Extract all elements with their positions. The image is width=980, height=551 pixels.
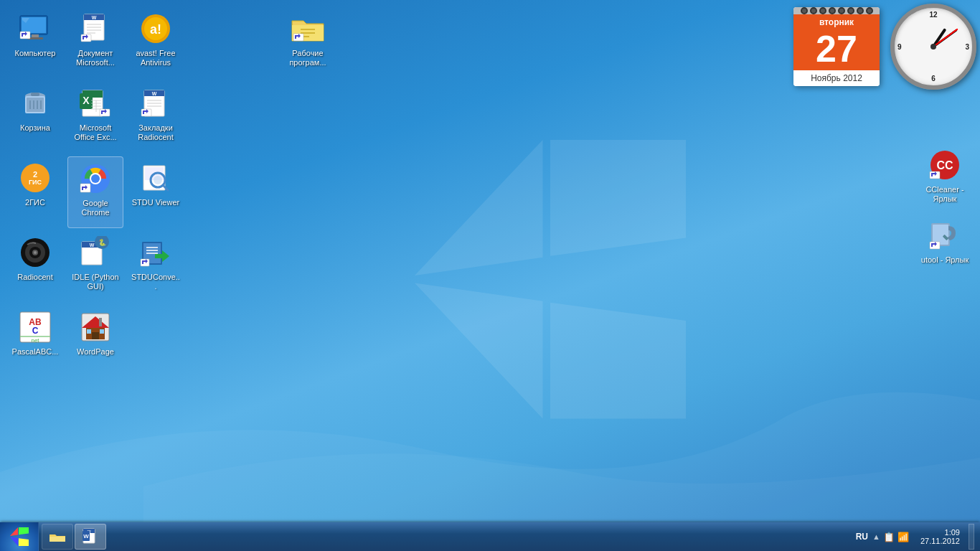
desktop-icon-work-programs[interactable]: Рабочие програм... — [280, 7, 336, 72]
tray-icon-signal: 📶 — [897, 532, 909, 542]
excel-label: Microsoft Office Exc... — [70, 123, 121, 142]
radiocent-icon — [18, 235, 52, 270]
ccleaner-icon: CC — [928, 148, 962, 182]
show-desktop-button[interactable] — [969, 524, 974, 550]
calendar-spirals — [793, 7, 880, 14]
trash-label: Корзина — [20, 123, 50, 133]
desktop-icon-avast[interactable]: a! avast! Free Antivirus — [128, 7, 184, 79]
clock-face: 12 3 6 9 — [890, 4, 976, 90]
svg-text:net: net — [31, 337, 39, 344]
system-tray: RU ▲ 📋 📶 — [850, 522, 913, 551]
desktop-icon-idle[interactable]: W 🐍 IDLE (Python GUI) — [67, 231, 123, 303]
taskbar-apps: W W — [39, 522, 109, 551]
desktop-icon-bookmarks[interactable]: W Закладки Radiocent — [128, 82, 184, 154]
utool-icon — [928, 218, 962, 253]
desktop-icon-stdu[interactable]: STDU Viewer — [128, 156, 184, 228]
windows-logo-icon — [9, 526, 30, 547]
stduconv-label: STDUConve... — [131, 273, 181, 291]
computer-label: Компьютер — [15, 49, 56, 58]
desktop-icon-label: Рабочие програм... — [283, 49, 333, 67]
tray-up-arrow[interactable]: ▲ — [872, 532, 880, 541]
svg-text:X: X — [83, 95, 90, 106]
excel-icon: X — [78, 86, 113, 121]
idle-icon: W 🐍 — [78, 235, 113, 270]
utool-label: utool - Ярлык — [921, 255, 969, 265]
taskbar-app-explorer[interactable] — [42, 524, 73, 550]
2gis-label: 2ГИС — [25, 198, 45, 207]
desktop-icon-ccleaner[interactable]: CC CCleaner - Ярлык — [917, 143, 973, 208]
svg-rect-73 — [141, 259, 149, 266]
word-doc-icon: W — [78, 11, 113, 46]
desktop-icon-wordpage[interactable]: WordPage — [67, 306, 123, 377]
desktop-icon-trash[interactable]: Корзина — [7, 82, 63, 154]
svg-rect-27 — [31, 93, 39, 96]
trash-icon — [18, 86, 52, 121]
pascal-icon: AB C net — [18, 310, 52, 344]
start-button[interactable] — [0, 522, 39, 551]
svg-text:ГИС: ГИС — [29, 179, 42, 186]
desktop-icon-grid-left: Компьютер W Документ Microsoft... — [7, 7, 185, 377]
desktop-icon-2gis[interactable]: 2 ГИС 2ГИС — [7, 156, 63, 228]
taskbar: W W RU ▲ 📋 📶 1:09 27.11.2012 — [0, 522, 980, 551]
desktop-icon-chrome[interactable]: Google Chrome — [67, 156, 123, 228]
2gis-icon: 2 ГИС — [18, 161, 52, 195]
stdu-icon — [138, 161, 173, 195]
svg-text:W: W — [90, 242, 95, 248]
stduconv-icon — [138, 235, 173, 270]
tray-icon-clipboard: 📋 — [883, 532, 895, 542]
calendar-day-number: 27 — [793, 29, 880, 70]
svg-text:C: C — [32, 326, 39, 336]
svg-rect-84 — [100, 329, 104, 334]
svg-rect-83 — [87, 329, 91, 334]
svg-point-61 — [34, 251, 37, 254]
svg-text:a!: a! — [150, 22, 161, 37]
taskbar-app-word[interactable]: W W — [75, 524, 106, 550]
svg-point-55 — [154, 176, 162, 184]
calendar-month-year: Ноябрь 2012 — [793, 70, 880, 86]
svg-rect-82 — [92, 332, 99, 339]
document-label: Документ Microsoft... — [70, 49, 121, 67]
clock-widget: 12 3 6 9 — [890, 4, 976, 90]
desktop-icon-radiocent[interactable]: Radiocent — [7, 231, 63, 303]
svg-text:CC: CC — [936, 159, 953, 171]
avast-label: avast! Free Antivirus — [131, 49, 181, 67]
radiocent-label: Radiocent — [17, 273, 53, 282]
svg-rect-85 — [99, 318, 102, 326]
clock-tray[interactable]: 1:09 27.11.2012 — [918, 527, 963, 547]
desktop-icon-grid-right: CC CCleaner - Ярлык — [917, 143, 973, 270]
desktop-icon-stduconv[interactable]: STDUConve... — [128, 231, 184, 303]
desktop-icon-document[interactable]: W Документ Microsoft... — [67, 7, 123, 79]
stdu-label: STDU Viewer — [132, 198, 179, 207]
taskbar-time: 1:09 — [945, 528, 960, 537]
desktop-icon-computer[interactable]: Компьютер — [7, 7, 63, 79]
wordpage-icon — [78, 310, 113, 344]
taskbar-right: RU ▲ 📋 📶 1:09 27.11.2012 — [844, 522, 980, 551]
chrome-icon — [78, 161, 113, 196]
svg-text:🐍: 🐍 — [98, 238, 107, 247]
svg-text:W: W — [83, 533, 89, 540]
svg-rect-6 — [32, 34, 39, 37]
pascal-label: PascalABC... — [12, 347, 59, 357]
bookmarks-label: Закладки Radiocent — [131, 123, 181, 142]
clock-center-dot — [930, 44, 936, 50]
computer-icon — [18, 11, 52, 46]
desktop-icon-utool[interactable]: utool - Ярлык — [917, 214, 973, 269]
avast-icon: a! — [138, 11, 173, 46]
folder-icon — [291, 11, 325, 46]
svg-point-50 — [91, 174, 100, 183]
desktop-icon-pascal[interactable]: AB C net PascalABC... — [7, 306, 63, 377]
svg-text:W: W — [92, 15, 97, 20]
bookmarks-icon: W — [138, 86, 173, 121]
taskbar-date: 27.11.2012 — [920, 537, 960, 545]
idle-label: IDLE (Python GUI) — [70, 273, 121, 291]
calendar-widget[interactable]: вторник 27 Ноябрь 2012 — [793, 7, 880, 86]
svg-text:2: 2 — [33, 170, 37, 179]
chrome-label: Google Chrome — [71, 199, 120, 217]
desktop-icon-excel[interactable]: X Microsoft Office Exc... — [67, 82, 123, 154]
wordpage-label: WordPage — [77, 347, 114, 357]
svg-text:W: W — [152, 91, 157, 96]
calendar-day-of-week: вторник — [793, 14, 880, 29]
tray-language: RU — [854, 532, 870, 542]
ccleaner-label: CCleaner - Ярлык — [920, 185, 970, 204]
